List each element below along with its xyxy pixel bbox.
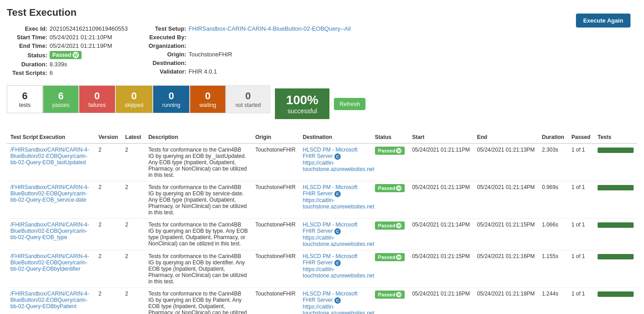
end-cell: 05/24/2021 01:21:16PM: [474, 250, 539, 288]
latest-cell: 2: [122, 288, 145, 314]
table-col-end: End: [474, 131, 539, 143]
refresh-button[interactable]: Refresh: [334, 98, 365, 110]
start-time-label: Start Time:: [7, 34, 47, 41]
duration-cell: 1.155s: [539, 250, 568, 288]
stat-success: 100% successful: [275, 88, 330, 119]
end-cell: 05/24/2021 01:21:14PM: [474, 181, 539, 219]
stat-failures: 0 failures: [79, 85, 115, 113]
destination-cell: HLSCD PM - Microsoft FHIR Server C https…: [299, 181, 371, 219]
table-col-latest: Latest: [122, 131, 145, 143]
passed-cell: 1 of 1: [568, 288, 594, 314]
table-col-version: Version: [95, 131, 122, 143]
test-setup-link[interactable]: FHIRSandbox-CARIN-CARIN-4-BlueButton-02-…: [189, 25, 351, 32]
description-cell: Tests for conformance to the Carin4BB IG…: [145, 288, 251, 314]
latest-cell: 2: [122, 250, 145, 288]
passed-cell: 1 of 1: [568, 250, 594, 288]
status-label: Status:: [7, 52, 47, 59]
table-row: /FHIRSandbox/CARIN/CARIN-4-BlueButton/02…: [7, 181, 637, 219]
start-time-value: 05/24/2021 01:21:10PM: [50, 34, 112, 41]
origin-cell: TouchstoneFHIR: [251, 250, 299, 288]
stat-notstarted: 0 not started: [226, 85, 270, 113]
start-cell: 05/24/2021 01:21:16PM: [408, 288, 473, 314]
table-row: /FHIRSandbox/CARIN/CARIN-4-BlueButton/02…: [7, 288, 637, 314]
table-col-description: Description: [145, 131, 251, 143]
duration-cell: 0.969s: [539, 181, 568, 219]
passed-cell: 1 of 1: [568, 181, 594, 219]
passed-cell: 1 of 1: [568, 143, 594, 181]
start-cell: 05/24/2021 01:21:15PM: [408, 250, 473, 288]
tests-bar-cell: [594, 181, 637, 219]
test-scripts-value: 6: [50, 69, 53, 76]
origin-cell: TouchstoneFHIR: [251, 219, 299, 250]
passed-cell: 1 of 1: [568, 219, 594, 250]
status-cell: PassedW: [371, 219, 409, 250]
tests-bar-cell: [594, 288, 637, 314]
duration-cell: 1.244s: [539, 288, 568, 314]
destination-cell: HLSCD PM - Microsoft FHIR Server C https…: [299, 250, 371, 288]
duration-label: Duration:: [7, 61, 47, 68]
table-row: /FHIRSandbox/CARIN/CARIN-4-BlueButton/02…: [7, 250, 637, 288]
version-cell: 2: [95, 181, 122, 219]
stat-waiting: 0 waiting: [190, 85, 226, 113]
table-col-start: Start: [408, 131, 473, 143]
status-badge: Passed W: [50, 51, 82, 59]
table-col-duration: Duration: [539, 131, 568, 143]
w-badge: W: [73, 52, 79, 58]
executed-by-label: Executed By:: [146, 34, 187, 41]
table-col-tests: Tests: [594, 131, 637, 143]
test-results-table: Test Script ExecutionVersionLatestDescri…: [7, 131, 637, 314]
table-row: /FHIRSandbox/CARIN/CARIN-4-BlueButton/02…: [7, 143, 637, 181]
start-cell: 05/24/2021 01:21:14PM: [408, 219, 473, 250]
tests-bar-cell: [594, 250, 637, 288]
status-cell: PassedW: [371, 250, 409, 288]
latest-cell: 2: [122, 181, 145, 219]
description-cell: Tests for conformance to the Carin4BB IG…: [145, 250, 251, 288]
version-cell: 2: [95, 219, 122, 250]
end-cell: 05/24/2021 01:21:18PM: [474, 288, 539, 314]
test-scripts-label: Test Scripts:: [7, 69, 47, 76]
duration-value: 8.339s: [50, 61, 67, 68]
destination-label: Destination:: [146, 60, 187, 66]
status-cell: PassedW: [371, 181, 409, 219]
duration-cell: 1.066s: [539, 219, 568, 250]
description-cell: Tests for conformance to the Carin4BB IG…: [145, 219, 251, 250]
page-title: Test Execution: [7, 7, 637, 18]
script-link-0[interactable]: /FHIRSandbox/CARIN/CARIN-4-BlueButton/02…: [10, 147, 89, 166]
end-cell: 05/24/2021 01:21:13PM: [474, 143, 539, 181]
script-link-2[interactable]: /FHIRSandbox/CARIN/CARIN-4-BlueButton/02…: [10, 222, 89, 240]
stat-passes: 6 passes: [43, 85, 79, 113]
tests-bar-cell: [594, 143, 637, 181]
test-setup-label: Test Setup:: [146, 25, 187, 32]
organization-label: Organization:: [146, 42, 187, 49]
status-cell: PassedW: [371, 288, 409, 314]
validator-value: FHIR 4.0.1: [189, 68, 217, 75]
origin-cell: TouchstoneFHIR: [251, 288, 299, 314]
script-link-3[interactable]: /FHIRSandbox/CARIN/CARIN-4-BlueButton/02…: [10, 253, 89, 272]
table-col-passed: Passed: [568, 131, 594, 143]
destination-cell: HLSCD PM - Microsoft FHIR Server C https…: [299, 288, 371, 314]
stat-tests: 6 tests: [7, 85, 43, 113]
origin-cell: TouchstoneFHIR: [251, 143, 299, 181]
latest-cell: 2: [122, 143, 145, 181]
status-cell: PassedW: [371, 143, 409, 181]
version-cell: 2: [95, 143, 122, 181]
table-col-destination: Destination: [299, 131, 371, 143]
origin-label: Origin:: [146, 51, 187, 58]
end-time-value: 05/24/2021 01:21:19PM: [50, 42, 112, 49]
script-link-1[interactable]: /FHIRSandbox/CARIN/CARIN-4-BlueButton/02…: [10, 184, 89, 203]
version-cell: 2: [95, 288, 122, 314]
version-cell: 2: [95, 250, 122, 288]
description-cell: Tests for conformance to the Carin4BB IG…: [145, 181, 251, 219]
duration-cell: 2.303s: [539, 143, 568, 181]
exec-id-value: 202105241621109619460553: [50, 25, 128, 32]
destination-cell: HLSCD PM - Microsoft FHIR Server C https…: [299, 143, 371, 181]
table-row: /FHIRSandbox/CARIN/CARIN-4-BlueButton/02…: [7, 219, 637, 250]
destination-cell: HLSCD PM - Microsoft FHIR Server C https…: [299, 219, 371, 250]
tests-bar-cell: [594, 219, 637, 250]
table-col-status: Status: [371, 131, 409, 143]
script-link-4[interactable]: /FHIRSandbox/CARIN/CARIN-4-BlueButton/02…: [10, 291, 89, 309]
table-col-test-script-execution: Test Script Execution: [7, 131, 95, 143]
execute-again-button[interactable]: Execute Again: [576, 14, 630, 28]
start-cell: 05/24/2021 01:21:13PM: [408, 181, 473, 219]
end-time-label: End Time:: [7, 42, 47, 49]
